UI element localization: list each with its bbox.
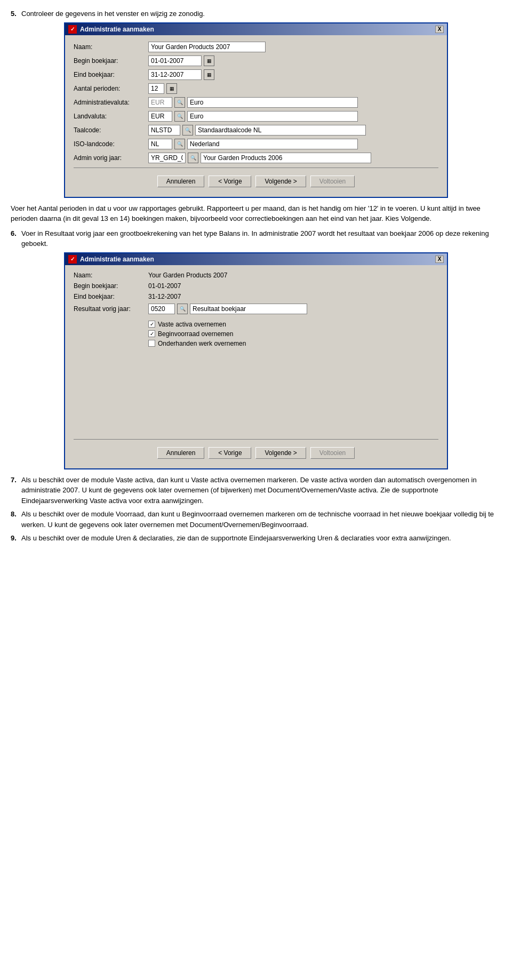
dialog2-voltooien-button: Voltooien [310,447,355,459]
dialog2-eind-field: 31-12-2007 [148,293,438,300]
para1: Voer het Aantal perioden in dat u voor u… [11,203,501,224]
dialog2-resultaat-browse-icon[interactable]: 🔍 [177,304,188,314]
dialog2-close-button[interactable]: X [435,256,444,263]
dialog1-taal-code-input[interactable] [148,125,180,136]
dialog2-begin-field: 01-01-2007 [148,282,438,290]
dialog1-taal-name-input[interactable] [195,125,366,136]
dialog1-landvaluta-row: Landvaluta: 🔍 [74,111,438,122]
step9-text: Als u beschikt over de module Uren & dec… [21,533,451,544]
dialog1-naam-field [148,42,438,52]
dialog1-begin-calendar-icon[interactable]: ▦ [204,55,214,66]
dialog1-eind-label: Eind boekjaar: [74,71,148,78]
dialog2-naam-field: Your Garden Products 2007 [148,272,438,279]
dialog2-checkbox3-text: Onderhanden werk overnemen [158,340,246,347]
dialog1-icon: ✓ [68,25,77,34]
dialog2-eind-row: Eind boekjaar: 31-12-2007 [74,293,438,300]
dialog1-iso-name-input[interactable] [187,139,358,149]
step7-number: 7. [11,475,19,506]
dialog2-checkbox1-label[interactable]: ✓ Vaste activa overnemen [148,321,226,328]
dialog2-body: Naam: Your Garden Products 2007 Begin bo… [65,265,447,468]
dialog2-buttons: Annuleren < Vorige Volgende > Voltooien [74,447,438,462]
dialog1-aantal-field: ▦ [148,83,438,94]
dialog1-close-button[interactable]: X [435,26,444,33]
step5-intro: 5. Controleer de gegevens in het venster… [11,9,501,19]
dialog1-iso-code-input[interactable] [148,139,172,149]
step8: 8. Als u beschikt over de module Voorraa… [11,509,501,530]
dialog1-eind-field: ▦ [148,69,438,80]
dialog2-checkbox3[interactable] [148,340,155,347]
step7-text: Als u beschikt over de module Vaste acti… [21,475,501,506]
step8-text: Als u beschikt over de module Voorraad, … [21,509,501,530]
dialog2-vorige-button[interactable]: < Vorige [209,447,251,459]
dialog1-begin-field: ▦ [148,55,438,66]
dialog2-resultaat-label: Resultaat vorig jaar: [74,305,148,313]
dialog1-volgende-button[interactable]: Volgende > [255,176,306,187]
dialog1-adminvorig-code-input[interactable] [148,153,186,163]
dialog2-checkbox1[interactable]: ✓ [148,321,155,328]
dialog1-titlebar: ✓ Administratie aanmaken X [65,23,447,35]
dialog1-taal-label: Taalcode: [74,126,148,134]
dialog2-title: Administratie aanmaken [80,256,154,263]
dialog1-aantal-input[interactable] [148,83,164,94]
dialog2-resultaat-code-input[interactable] [148,304,175,314]
step5-number: 5. [11,9,19,19]
dialog2-volgende-button[interactable]: Volgende > [255,447,306,459]
dialog1-begin-label: Begin boekjaar: [74,57,148,65]
dialog2-resultaat-row: Resultaat vorig jaar: 🔍 [74,304,438,314]
dialog1-landvaluta-browse-icon[interactable]: 🔍 [174,111,185,122]
dialog2-checkbox2-text: Beginvoorraad overnemen [158,330,233,338]
step6-number: 6. [11,228,19,249]
step8-number: 8. [11,509,19,530]
dialog1-vorige-button[interactable]: < Vorige [209,176,251,187]
dialog1-iso-browse-icon[interactable]: 🔍 [174,139,185,149]
dialog1-adminvaluta-row: Administratievaluta: 🔍 [74,97,438,108]
dialog1-landvaluta-code-input[interactable] [148,111,172,122]
dialog1-adminvaluta-name-input[interactable] [187,97,358,108]
step7: 7. Als u beschikt over de module Vaste a… [11,475,501,506]
dialog1-eind-input[interactable] [148,69,202,80]
dialog1-adminvorig-name-input[interactable] [201,153,371,163]
step6-text: Voer in Resultaat vorig jaar een grootbo… [21,228,501,249]
dialog1-landvaluta-name-input[interactable] [187,111,358,122]
dialog2-titlebar-left: ✓ Administratie aanmaken [68,255,154,264]
dialog2-begin-value: 01-01-2007 [148,282,181,290]
dialog1-adminvaluta-code-input[interactable] [148,97,172,108]
dialog1-naam-input[interactable] [148,42,266,52]
dialog1-eind-calendar-icon[interactable]: ▦ [204,69,214,80]
dialog2-eind-value: 31-12-2007 [148,293,181,300]
dialog2-resultaat-name-input[interactable] [190,304,307,314]
dialog2-annuleren-button[interactable]: Annuleren [157,447,205,459]
dialog2-titlebar: ✓ Administratie aanmaken X [65,253,447,265]
dialog1-adminvaluta-browse-icon[interactable]: 🔍 [174,97,185,108]
dialog1-naam-label: Naam: [74,43,148,51]
dialog1-annuleren-button[interactable]: Annuleren [157,176,205,187]
dialog1-title: Administratie aanmaken [80,26,154,33]
dialog1-aantal-row: Aantal perioden: ▦ [74,83,438,94]
dialog1-taal-field: 🔍 [148,125,438,136]
dialog1-adminvorig-row: Admin vorig jaar: 🔍 [74,153,438,163]
dialog2-checkbox2-label[interactable]: ✓ Beginvoorraad overnemen [148,330,233,338]
dialog1-adminvorig-browse-icon[interactable]: 🔍 [188,153,198,163]
dialog1-aantal-browse-icon[interactable]: ▦ [166,83,177,94]
dialog1-body: Naam: Begin boekjaar: ▦ Eind boekjaar: ▦ [65,35,447,197]
dialog1-landvaluta-label: Landvaluta: [74,113,148,120]
dialog2-checkbox3-label[interactable]: Onderhanden werk overnemen [148,340,246,347]
dialog1-taal-browse-icon[interactable]: 🔍 [182,125,193,136]
dialog2-naam-row: Naam: Your Garden Products 2007 [74,272,438,279]
dialog1-iso-label: ISO-landcode: [74,140,148,148]
dialog2-checkbox2[interactable]: ✓ [148,330,155,337]
dialog1-begin-input[interactable] [148,55,202,66]
dialog1-naam-row: Naam: [74,42,438,52]
dialog1-taal-row: Taalcode: 🔍 [74,125,438,136]
dialog1-iso-field: 🔍 [148,139,438,149]
dialog1-iso-row: ISO-landcode: 🔍 [74,139,438,149]
step9: 9. Als u beschikt over de module Uren & … [11,533,501,544]
dialog1-adminvorig-label: Admin vorig jaar: [74,154,148,162]
step6: 6. Voer in Resultaat vorig jaar een groo… [11,228,501,249]
step5-text: Controleer de gegevens in het venster en… [21,9,205,19]
dialog2-icon: ✓ [68,255,77,264]
dialog1-adminvaluta-field: 🔍 [148,97,438,108]
dialog2-begin-row: Begin boekjaar: 01-01-2007 [74,282,438,290]
step9-number: 9. [11,533,19,544]
dialog2-resultaat-field: 🔍 [148,304,438,314]
